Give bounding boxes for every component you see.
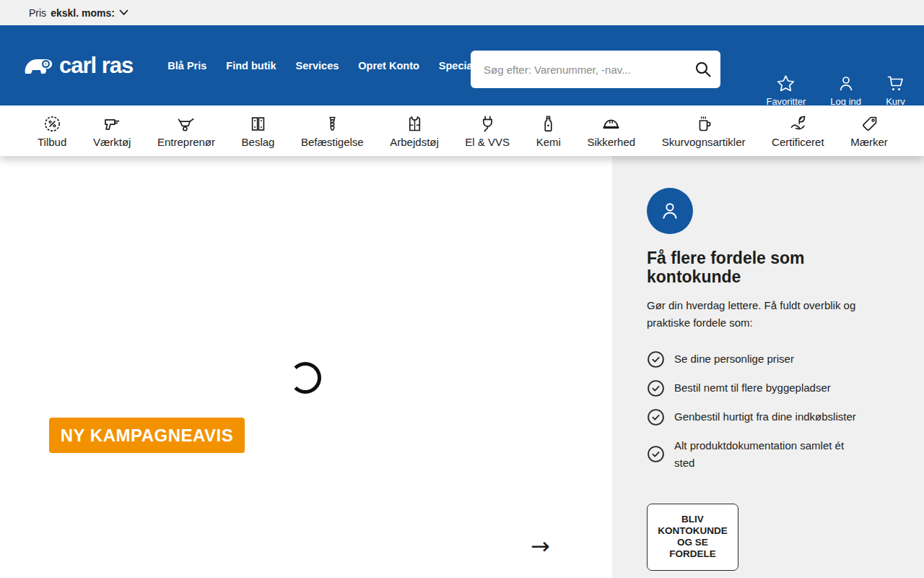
category-sikkerhed[interactable]: Sikkerhed: [587, 114, 635, 148]
header-nav: Blå Pris Find butik Services Opret Konto…: [167, 60, 500, 72]
benefits-intro: Gør din hverdag lettere. Få fuldt overbl…: [647, 297, 879, 332]
benefit-item: Genbestil hurtigt fra dine indkøbslister: [647, 408, 884, 426]
screw-icon: [323, 114, 342, 134]
category-kemi[interactable]: Kemi: [536, 114, 561, 148]
cart-icon: [886, 74, 905, 93]
category-label: Arbejdstøj: [390, 136, 439, 148]
user-icon: [659, 200, 681, 222]
category-el-vvs[interactable]: El & VVS: [465, 114, 510, 148]
search-button[interactable]: [686, 51, 720, 88]
category-beslag[interactable]: Beslag: [242, 114, 275, 148]
user-icon: [837, 74, 855, 93]
category-skurvognsartikler[interactable]: Skurvognsartikler: [662, 114, 746, 148]
benefit-label: Genbestil hurtigt fra dine indkøbslister: [674, 408, 856, 426]
hero-banner-area: NY KAMPAGNEAVIS →: [0, 156, 612, 578]
benefits-list: Se dine personlige priser Bestil nemt ti…: [647, 350, 884, 472]
campaign-flyer-button[interactable]: NY KAMPAGNEAVIS: [49, 418, 245, 453]
star-icon: [776, 74, 796, 93]
discount-icon: [43, 114, 62, 134]
carousel-next-arrow[interactable]: →: [531, 535, 550, 558]
wheelbarrow-icon: [176, 114, 196, 134]
category-label: Befæstigelse: [301, 136, 364, 148]
price-mode-toggle[interactable]: Pris ekskl. moms:: [29, 7, 128, 19]
category-label: Kemi: [536, 136, 561, 148]
favorites-button[interactable]: Favoritter: [766, 74, 806, 107]
nav-link-services[interactable]: Services: [296, 60, 339, 72]
header-actions: Favoritter Log ind Kurv: [766, 74, 905, 107]
category-tilbud[interactable]: Tilbud: [38, 114, 66, 148]
main-content: NY KAMPAGNEAVIS → Få flere fordele som k…: [0, 156, 924, 578]
cart-button[interactable]: Kurv: [886, 74, 905, 107]
tag-icon: [860, 114, 879, 134]
check-circle-icon: [647, 445, 665, 463]
ram-logo-icon: [23, 54, 55, 77]
category-label: Entreprenør: [157, 136, 215, 148]
mug-icon: [694, 114, 713, 134]
benefit-label: Bestil nemt til flere byggepladser: [674, 379, 831, 397]
benefit-item: Bestil nemt til flere byggepladser: [647, 379, 884, 397]
account-benefits-panel: Få flere fordele som kontokunde Gør din …: [612, 156, 924, 578]
check-circle-icon: [647, 350, 665, 368]
category-maerker[interactable]: Mærker: [850, 114, 888, 148]
helmet-icon: [601, 114, 621, 134]
check-circle-icon: [647, 379, 665, 397]
nav-link-find-butik[interactable]: Find butik: [226, 60, 276, 72]
category-certificeret[interactable]: Certificeret: [772, 114, 824, 148]
drill-icon: [103, 114, 122, 134]
leaf-hand-icon: [788, 114, 808, 134]
category-entreprenoer[interactable]: Entreprenør: [157, 114, 215, 148]
category-vaerktoej[interactable]: Værktøj: [93, 114, 131, 148]
price-mode-prefix: Pris: [29, 7, 46, 19]
benefit-label: Se dine personlige priser: [674, 350, 794, 368]
avatar: [647, 188, 693, 234]
benefit-label: Alt produktdokumentation samlet ét sted: [674, 437, 853, 472]
search-bar: [471, 51, 720, 88]
plug-icon: [478, 114, 497, 134]
carlras-logo[interactable]: carl ras: [23, 53, 133, 79]
price-mode-bar: Pris ekskl. moms:: [0, 0, 924, 25]
nav-link-opret-konto[interactable]: Opret Konto: [358, 60, 419, 72]
search-input[interactable]: [471, 64, 686, 76]
category-label: Mærker: [850, 136, 888, 148]
category-arbejdstoej[interactable]: Arbejdstøj: [390, 114, 439, 148]
category-label: Certificeret: [772, 136, 824, 148]
category-befaestigelse[interactable]: Befæstigelse: [301, 114, 364, 148]
loading-spinner: [289, 362, 321, 394]
search-icon: [694, 60, 712, 79]
price-mode-value: ekskl. moms:: [51, 7, 115, 19]
category-label: Tilbud: [38, 136, 66, 148]
category-label: Værktøj: [93, 136, 131, 148]
nav-link-blaa-pris[interactable]: Blå Pris: [167, 60, 206, 72]
benefit-item: Alt produktdokumentation samlet ét sted: [647, 437, 884, 472]
category-label: Skurvognsartikler: [662, 136, 746, 148]
bottle-icon: [539, 114, 558, 134]
benefit-item: Se dine personlige priser: [647, 350, 884, 368]
become-account-customer-button[interactable]: BLIV KONTOKUNDE OG SE FORDELE: [647, 504, 738, 571]
category-label: Sikkerhed: [587, 136, 635, 148]
check-circle-icon: [647, 408, 665, 426]
login-button[interactable]: Log ind: [830, 74, 861, 107]
category-label: El & VVS: [465, 136, 510, 148]
benefits-heading: Få flere fordele som kontokunde: [647, 249, 834, 287]
chevron-down-icon: [119, 9, 128, 16]
main-header: carl ras Blå Pris Find butik Services Op…: [0, 25, 924, 105]
vest-icon: [405, 114, 424, 134]
hinge-icon: [248, 114, 268, 134]
logo-text: carl ras: [59, 53, 133, 79]
category-nav: Tilbud Værktøj Entreprenør Beslag: [0, 105, 924, 156]
category-label: Beslag: [242, 136, 275, 148]
